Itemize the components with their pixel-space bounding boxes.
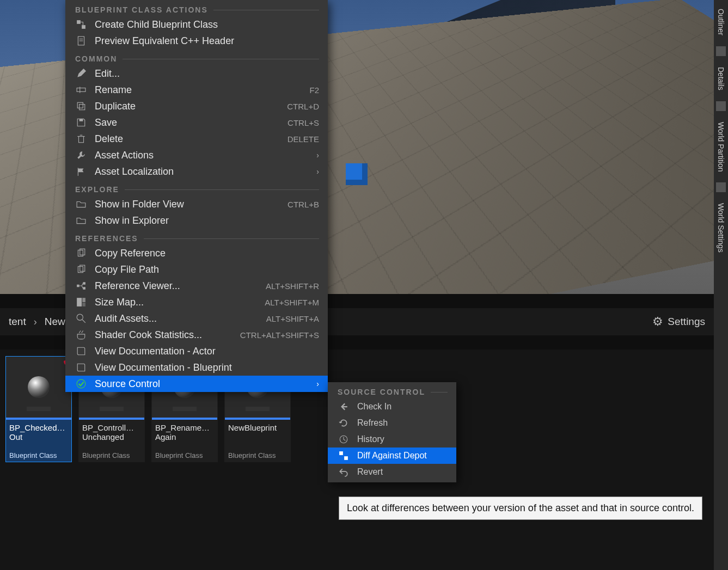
svg-rect-20	[83, 287, 85, 290]
grid-icon[interactable]	[716, 101, 726, 111]
section-source-control: SOURCE CONTROL	[328, 382, 456, 399]
refresh-icon	[338, 418, 350, 428]
svg-rect-1	[82, 25, 85, 29]
submenu-revert[interactable]: Revert	[328, 464, 456, 480]
menu-size-map[interactable]: Size Map... ALT+SHIFT+M	[65, 294, 328, 310]
svg-rect-22	[82, 298, 85, 302]
save-icon	[75, 118, 87, 127]
submenu-source-control: SOURCE CONTROL Check In Refresh History …	[328, 382, 456, 482]
menu-source-control[interactable]: Source Control ›	[65, 376, 328, 392]
diff-icon	[338, 451, 350, 461]
folder-arrow-icon	[75, 199, 87, 209]
menu-delete[interactable]: Delete DELETE	[65, 131, 328, 147]
svg-line-25	[82, 320, 85, 323]
chevron-right-icon: ›	[316, 151, 319, 160]
svg-rect-7	[77, 102, 83, 108]
context-menu: BLUEPRINT CLASS ACTIONS Create Child Blu…	[65, 0, 328, 392]
book-icon	[75, 363, 87, 372]
menu-duplicate[interactable]: Duplicate CTRL+D	[65, 98, 328, 114]
copy-icon	[75, 265, 87, 274]
asset-name: BP_Rename…Again	[155, 423, 214, 442]
chevron-right-icon: ›	[316, 167, 319, 176]
menu-show-explorer[interactable]: Show in Explorer	[65, 212, 328, 229]
blueprint-child-icon	[75, 20, 87, 29]
svg-rect-10	[79, 137, 84, 143]
copy-icon	[75, 248, 87, 258]
settings-button[interactable]: Settings	[652, 315, 705, 329]
svg-rect-5	[77, 88, 85, 92]
settings-label: Settings	[668, 316, 705, 328]
menu-edit[interactable]: Edit...	[65, 65, 328, 82]
svg-rect-8	[79, 105, 85, 110]
section-references: REFERENCES	[65, 229, 328, 245]
asset-type: Blueprint Class	[82, 451, 141, 459]
menu-asset-localization[interactable]: Asset Localization ›	[65, 163, 328, 180]
menu-shader-cook-stats[interactable]: Shader Cook Statistics... CTRL+ALT+SHIFT…	[65, 327, 328, 343]
chevron-right-icon: ›	[34, 316, 37, 328]
folder-icon	[75, 216, 87, 225]
tab-world-settings[interactable]: World Settings	[715, 198, 726, 258]
asset-thumb: ✔	[6, 357, 71, 418]
section-bp-actions: BLUEPRINT CLASS ACTIONS	[65, 0, 328, 16]
section-common: COMMON	[65, 49, 328, 65]
rename-icon	[75, 85, 87, 95]
menu-doc-blueprint[interactable]: View Documentation - Blueprint	[65, 359, 328, 376]
revert-icon	[338, 467, 350, 477]
book-icon	[75, 346, 87, 356]
document-icon	[75, 36, 87, 46]
menu-create-child-bp[interactable]: Create Child Blueprint Class	[65, 16, 328, 33]
menu-copy-file-path[interactable]: Copy File Path	[65, 261, 328, 278]
gear-icon	[652, 315, 663, 329]
svg-rect-18	[77, 285, 79, 287]
asset-name: BP_Controll…Unchanged	[82, 423, 141, 442]
svg-point-24	[77, 314, 83, 320]
globe-icon[interactable]	[716, 182, 726, 192]
svg-rect-23	[82, 303, 85, 307]
tab-outliner[interactable]: Outliner	[715, 3, 726, 41]
chevron-right-icon: ›	[316, 379, 319, 388]
scene-cube	[346, 163, 368, 185]
menu-reference-viewer[interactable]: Reference Viewer... ALT+SHIFT+R	[65, 278, 328, 294]
clock-icon	[338, 434, 350, 444]
pot-icon	[75, 330, 87, 340]
menu-save[interactable]: Save CTRL+S	[65, 114, 328, 131]
asset-type: Blueprint Class	[155, 451, 214, 459]
menu-audit-assets[interactable]: Audit Assets... ALT+SHIFT+A	[65, 310, 328, 327]
svg-rect-29	[344, 456, 348, 460]
submenu-check-in[interactable]: Check In	[328, 399, 456, 415]
breadcrumb-parent[interactable]: tent	[9, 316, 26, 328]
submenu-diff-against-depot[interactable]: Diff Against Depot	[328, 448, 456, 464]
svg-rect-9	[79, 119, 83, 121]
pencil-icon[interactable]	[716, 46, 726, 56]
check-circle-icon	[75, 379, 87, 389]
tab-world-partition[interactable]: World Partition	[715, 117, 726, 177]
menu-show-folder-view[interactable]: Show in Folder View CTRL+B	[65, 196, 328, 212]
graph-icon	[75, 281, 87, 291]
wrench-icon	[75, 150, 87, 160]
tab-details[interactable]: Details	[715, 62, 726, 96]
menu-copy-reference[interactable]: Copy Reference	[65, 245, 328, 261]
asset-name: BP_Checked…Out	[9, 423, 68, 442]
asset-name: NewBlueprint	[228, 423, 287, 432]
asset-type: Blueprint Class	[228, 451, 287, 459]
flag-icon	[75, 167, 87, 176]
treemap-icon	[75, 297, 87, 307]
side-dock: Outliner Details World Partition World S…	[714, 0, 728, 570]
submenu-refresh[interactable]: Refresh	[328, 415, 456, 431]
menu-asset-actions[interactable]: Asset Actions ›	[65, 147, 328, 163]
asset-type: Blueprint Class	[9, 451, 68, 459]
section-explore: EXPLORE	[65, 180, 328, 196]
arrow-left-icon	[338, 402, 350, 412]
menu-doc-actor[interactable]: View Documentation - Actor	[65, 343, 328, 359]
svg-rect-19	[83, 282, 85, 285]
duplicate-icon	[75, 101, 87, 111]
submenu-history[interactable]: History	[328, 431, 456, 448]
menu-rename[interactable]: Rename F2	[65, 82, 328, 98]
svg-rect-0	[77, 20, 81, 24]
search-icon	[75, 314, 87, 323]
asset-thumbnail[interactable]: ✔BP_Checked…OutBlueprint Class	[5, 356, 72, 462]
svg-rect-28	[339, 451, 343, 455]
pencil-icon	[75, 69, 87, 78]
trash-icon	[75, 134, 87, 144]
menu-preview-cpp-header[interactable]: Preview Equivalent C++ Header	[65, 33, 328, 49]
